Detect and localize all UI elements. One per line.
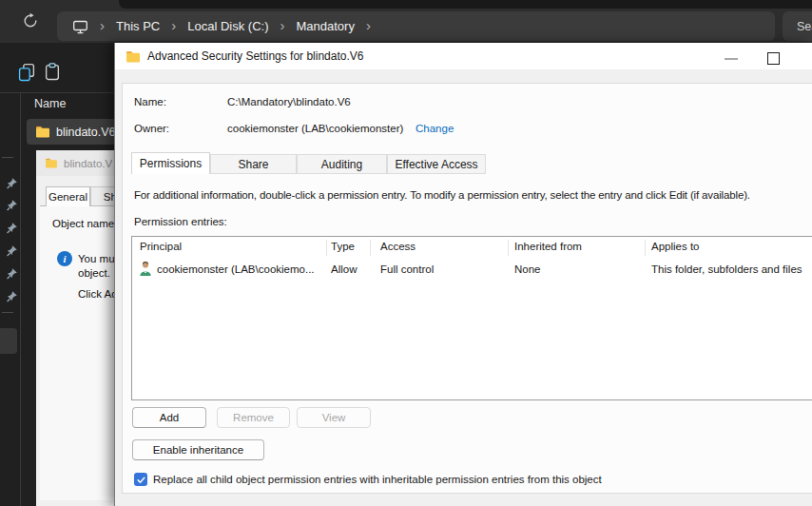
cell-principal[interactable]: cookiemonster (LAB\cookiemo... (157, 263, 315, 275)
breadcrumb-local-disk[interactable]: Local Disk (C:) (187, 19, 268, 33)
nav-selected-item[interactable] (0, 328, 17, 354)
nav-divider-line (2, 157, 13, 158)
dialog-title: Advanced Security Settings for blindato.… (147, 49, 363, 63)
object-name-label: Object name (52, 218, 114, 229)
cell-applies-to[interactable]: This folder, subfolders and files (651, 263, 802, 275)
user-icon (139, 261, 152, 276)
column-header-principal[interactable]: Principal (140, 241, 182, 252)
folder-icon (35, 126, 50, 138)
breadcrumb: › This PC › Local Disk (C:) › Mandatory … (57, 11, 775, 41)
column-header-type[interactable]: Type (331, 241, 355, 252)
tab-auditing[interactable]: Auditing (297, 154, 387, 174)
chevron-right-icon: › (100, 18, 105, 32)
remove-button[interactable]: Remove (217, 407, 290, 428)
instruction-text: For additional information, double-click… (134, 189, 750, 201)
nav-divider-line (2, 312, 13, 313)
minimize-button[interactable] (725, 58, 738, 60)
search-input[interactable]: Sea (783, 11, 812, 41)
column-divider[interactable] (645, 240, 646, 256)
replace-permissions-checkbox[interactable] (134, 473, 147, 486)
tab-strip-background (119, 0, 812, 9)
info-icon: i (57, 251, 72, 266)
cell-inherited-from[interactable]: None (514, 263, 541, 275)
tab-share[interactable]: Share (210, 154, 297, 174)
chevron-right-icon: › (366, 18, 371, 32)
nav-pane-divider[interactable] (20, 93, 21, 506)
view-button[interactable]: View (297, 407, 371, 428)
column-header-access[interactable]: Access (380, 241, 416, 252)
tab-general[interactable]: General (46, 186, 90, 206)
pin-icon[interactable] (6, 266, 18, 279)
advanced-security-dialog: Advanced Security Settings for blindato.… (114, 43, 812, 506)
chevron-right-icon: › (171, 18, 176, 32)
file-row-blindato[interactable]: blindato.V6 (27, 119, 116, 145)
name-column-header[interactable]: Name (34, 97, 66, 110)
pin-icon[interactable] (6, 198, 18, 210)
pin-icon[interactable] (6, 221, 18, 233)
pin-icon[interactable] (6, 289, 18, 302)
folder-icon (45, 158, 58, 168)
refresh-icon[interactable] (22, 12, 39, 29)
enable-inheritance-button[interactable]: Enable inheritance (132, 439, 264, 460)
breadcrumb-mandatory[interactable]: Mandatory (296, 19, 354, 33)
properties-title: blindato.V (64, 158, 112, 169)
tab-effective-access[interactable]: Effective Access (387, 154, 486, 174)
paste-icon[interactable] (44, 63, 61, 82)
maximize-button[interactable] (767, 52, 780, 65)
address-bar: › This PC › Local Disk (C:) › Mandatory … (0, 0, 812, 43)
info-text-line2: object. (78, 267, 110, 279)
owner-label: Owner: (134, 123, 169, 134)
cell-access[interactable]: Full control (380, 263, 434, 275)
column-divider[interactable] (326, 240, 327, 256)
permission-entries-list[interactable]: Principal Type Access Inherited from App… (131, 236, 812, 400)
check-icon (136, 475, 146, 485)
search-text: Sea (797, 20, 812, 33)
owner-value: cookiemonster (LAB\cookiemonster) (227, 123, 403, 134)
column-header-applies-to[interactable]: Applies to (651, 241, 700, 252)
add-button[interactable]: Add (132, 407, 206, 428)
pin-icon[interactable] (6, 243, 18, 256)
column-divider[interactable] (508, 240, 509, 256)
screen: › This PC › Local Disk (C:) › Mandatory … (0, 0, 812, 506)
column-header-inherited-from[interactable]: Inherited from (514, 241, 582, 252)
name-value: C:\Mandatory\blindato.V6 (227, 96, 351, 107)
replace-permissions-label: Replace all child object permission entr… (153, 474, 602, 485)
this-pc-icon[interactable] (72, 19, 88, 34)
name-label: Name: (134, 96, 166, 107)
pin-icon[interactable] (6, 176, 18, 188)
file-label: blindato.V6 (56, 126, 116, 139)
change-owner-link[interactable]: Change (416, 123, 454, 134)
click-advanced-text: Click Ad (78, 288, 118, 300)
copy-icon[interactable] (18, 63, 35, 82)
dialog-title-bar[interactable]: Advanced Security Settings for blindato.… (115, 43, 812, 69)
cell-type[interactable]: Allow (331, 263, 357, 275)
permission-entries-label: Permission entries: (134, 216, 227, 227)
tab-permissions[interactable]: Permissions (131, 152, 210, 174)
breadcrumb-this-pc[interactable]: This PC (116, 19, 160, 33)
chevron-right-icon: › (280, 18, 284, 32)
column-divider[interactable] (370, 240, 371, 256)
folder-icon (126, 50, 141, 63)
